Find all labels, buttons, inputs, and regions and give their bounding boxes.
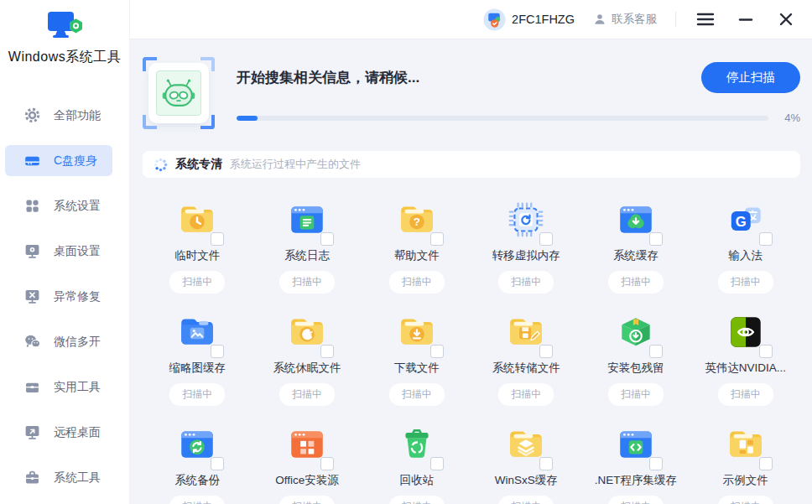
scan-progress-fill (237, 116, 258, 121)
tile-status-badge: 扫描中 (279, 271, 335, 294)
sidebar-item-remote-desktop[interactable]: 远程桌面 (5, 417, 112, 448)
scan-status-header: 开始搜集相关信息，请稍候... 停止扫描 4% (143, 57, 800, 129)
scan-progress-bar (237, 116, 768, 121)
scan-category-grid: 临时文件 扫描中 系统日志 扫描中 ? 帮助文件 扫描中 转移虚拟内存 扫描中 … (143, 178, 800, 504)
tile-window-code[interactable]: .NET程序集缓存 扫描中 (581, 413, 691, 504)
tile-checkbox[interactable] (430, 232, 444, 246)
tile-checkbox[interactable] (320, 232, 334, 246)
tile-checkbox[interactable] (430, 457, 444, 470)
tile-checkbox[interactable] (759, 457, 773, 470)
tile-status-badge: 扫描中 (608, 496, 664, 504)
tile-checkbox[interactable] (211, 232, 224, 246)
sidebar-menu: 全部功能 C盘瘦身 系统设置 桌面设置 异常修复 微信多开 实用工具 远程桌面 … (0, 86, 129, 493)
tile-checkbox[interactable] (649, 345, 663, 358)
minimize-button[interactable] (735, 8, 757, 30)
tile-checkbox[interactable] (539, 345, 553, 358)
scan-bracket (200, 115, 215, 129)
tile-folder-samples[interactable]: 示例文件 扫描中 (690, 413, 800, 504)
stop-scan-button[interactable]: 停止扫描 (701, 62, 800, 93)
toolbox-icon (23, 378, 41, 396)
tile-status-badge: 扫描中 (498, 383, 554, 406)
tile-checkbox[interactable] (430, 345, 444, 358)
tile-status-badge: 扫描中 (169, 383, 225, 406)
sidebar-item-disk[interactable]: C盘瘦身 (5, 145, 112, 176)
tile-checkbox[interactable] (211, 457, 224, 470)
tile-checkbox[interactable] (320, 457, 334, 470)
tile-checkbox[interactable] (649, 457, 663, 470)
robot-scan-icon (143, 57, 215, 129)
scan-bracket (143, 115, 157, 129)
svg-text:?: ? (414, 216, 420, 228)
tile-folder-moon[interactable]: 系统休眠文件 扫描中 (252, 301, 362, 406)
tile-window-office[interactable]: Office安装源 扫描中 (252, 413, 362, 504)
tile-status-badge: 扫描中 (608, 383, 664, 406)
contact-support-label: 联系客服 (612, 12, 657, 27)
section-subtitle: 系统运行过程中产生的文件 (230, 157, 361, 172)
main-content: 开始搜集相关信息，请稍候... 停止扫描 4% (130, 39, 812, 504)
tile-folder-question[interactable]: ? 帮助文件 扫描中 (362, 189, 471, 294)
tile-chip-refresh[interactable]: 转移虚拟内存 扫描中 (471, 189, 581, 294)
topbar-divider (675, 12, 676, 27)
scan-bracket (200, 57, 215, 71)
tile-checkbox[interactable] (211, 345, 224, 358)
tile-checkbox[interactable] (759, 345, 773, 358)
tile-status-badge: 扫描中 (169, 496, 225, 504)
license-badge[interactable]: 2FC1FHZG (483, 8, 575, 31)
sidebar-item-wechat[interactable]: 微信多开 (5, 326, 112, 357)
scan-status-text: 开始搜集相关信息，请稍候... (237, 68, 419, 87)
monitor-gear-icon (23, 242, 41, 260)
tile-folder-layers[interactable]: WinSxS缓存 扫描中 (471, 413, 581, 504)
tile-folder-clock[interactable]: 临时文件 扫描中 (143, 189, 252, 294)
tile-checkbox[interactable] (539, 457, 553, 470)
gear-icon (23, 107, 41, 124)
sidebar-item-grid[interactable]: 系统设置 (5, 190, 112, 221)
tile-window-log[interactable]: 系统日志 扫描中 (252, 189, 362, 294)
disk-icon (23, 152, 41, 169)
scan-progress-percent: 4% (775, 112, 800, 124)
tile-folder-image[interactable]: 缩略图缓存 扫描中 (143, 301, 252, 406)
tile-status-badge: 扫描中 (169, 271, 225, 294)
grid-icon (23, 197, 41, 215)
sidebar-item-toolbox[interactable]: 实用工具 (5, 372, 112, 403)
scan-bracket (143, 57, 157, 71)
app-name: Windows系统工具 (0, 49, 129, 66)
tile-status-badge: 扫描中 (718, 496, 773, 504)
tile-translate[interactable]: G 输入法 扫描中 (690, 189, 800, 294)
svg-text:G: G (735, 214, 746, 230)
tile-status-badge: 扫描中 (389, 383, 445, 406)
person-icon (593, 13, 606, 26)
license-shield-icon (483, 8, 506, 31)
tile-window-sync[interactable]: 系统备份 扫描中 (143, 413, 252, 504)
tile-folder-dump[interactable]: 系统转储文件 扫描中 (471, 301, 581, 406)
briefcase-icon (23, 469, 41, 486)
tile-checkbox[interactable] (539, 232, 553, 246)
tile-status-badge: 扫描中 (608, 271, 664, 294)
contact-support-button[interactable]: 联系客服 (593, 12, 657, 27)
tile-checkbox[interactable] (320, 345, 334, 358)
topbar: 2FC1FHZG 联系客服 (130, 0, 812, 39)
tile-status-badge: 扫描中 (389, 271, 445, 294)
sidebar-item-monitor-gear[interactable]: 桌面设置 (5, 236, 112, 267)
tile-status-badge: 扫描中 (498, 496, 554, 504)
remote-desktop-icon (23, 423, 41, 441)
sidebar-item-briefcase[interactable]: 系统工具 (5, 462, 112, 493)
spinner-icon (154, 158, 168, 172)
close-button[interactable] (775, 8, 797, 30)
tile-package-install[interactable]: 安装包残留 扫描中 (581, 301, 691, 406)
tile-checkbox[interactable] (759, 232, 773, 246)
wechat-icon (23, 333, 41, 351)
sidebar: Windows系统工具 全部功能 C盘瘦身 系统设置 桌面设置 异常修复 微信多… (0, 0, 130, 504)
tile-recycle-bin[interactable]: 回收站 扫描中 (362, 413, 471, 504)
tile-status-badge: 扫描中 (279, 383, 335, 406)
menu-button[interactable] (695, 8, 716, 30)
tile-status-badge: 扫描中 (279, 496, 335, 504)
sidebar-item-monitor-fix[interactable]: 异常修复 (5, 281, 112, 312)
tile-status-badge: 扫描中 (718, 271, 773, 294)
tile-folder-download[interactable]: 下载文件 扫描中 (362, 301, 471, 406)
tile-status-badge: 扫描中 (718, 383, 773, 406)
tile-nvidia[interactable]: 英伟达NVIDIA... 扫描中 (690, 301, 800, 406)
sidebar-item-gear[interactable]: 全部功能 (5, 100, 112, 131)
tile-window-cloud-download[interactable]: 系统缓存 扫描中 (581, 189, 691, 294)
app-window: Windows系统工具 全部功能 C盘瘦身 系统设置 桌面设置 异常修复 微信多… (0, 0, 812, 504)
tile-checkbox[interactable] (649, 232, 663, 246)
